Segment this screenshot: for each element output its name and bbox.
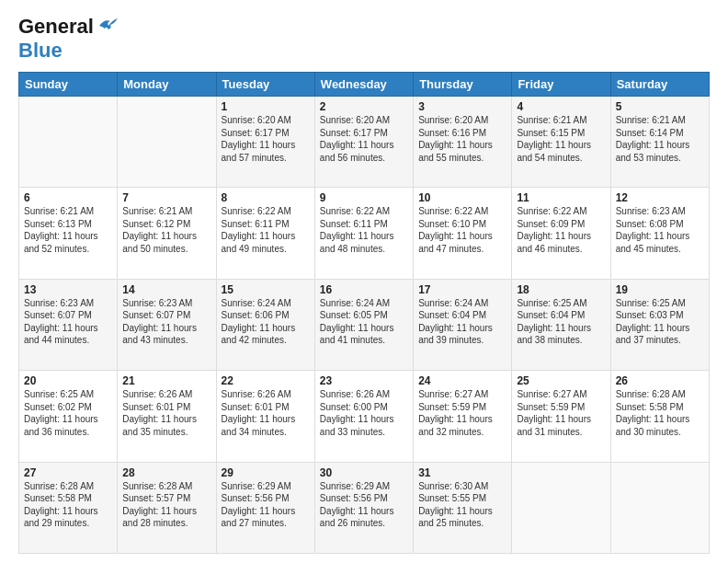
cell-info: Sunrise: 6:25 AMSunset: 6:02 PMDaylight:… [24,388,112,438]
day-number: 20 [24,374,112,387]
day-number: 21 [122,374,210,387]
day-number: 30 [320,466,408,479]
calendar-cell: 23Sunrise: 6:26 AMSunset: 6:00 PMDayligh… [314,371,413,462]
day-number: 14 [122,283,210,296]
calendar-cell: 12Sunrise: 6:23 AMSunset: 6:08 PMDayligh… [610,188,709,279]
cell-info: Sunrise: 6:26 AMSunset: 6:00 PMDaylight:… [320,388,408,438]
day-number: 24 [418,374,506,387]
cell-info: Sunrise: 6:26 AMSunset: 6:01 PMDaylight:… [122,388,210,438]
calendar-cell: 13Sunrise: 6:23 AMSunset: 6:07 PMDayligh… [19,279,118,370]
week-row-0: 1Sunrise: 6:20 AMSunset: 6:17 PMDaylight… [19,97,710,188]
logo-bird-icon [97,17,118,33]
cell-info: Sunrise: 6:22 AMSunset: 6:09 PMDaylight:… [517,205,605,255]
week-row-1: 6Sunrise: 6:21 AMSunset: 6:13 PMDaylight… [19,188,710,279]
day-number: 6 [24,191,112,204]
cell-info: Sunrise: 6:21 AMSunset: 6:13 PMDaylight:… [24,205,112,255]
cell-info: Sunrise: 6:25 AMSunset: 6:03 PMDaylight:… [616,297,704,347]
calendar-cell: 5Sunrise: 6:21 AMSunset: 6:14 PMDaylight… [610,97,709,188]
cell-info: Sunrise: 6:22 AMSunset: 6:10 PMDaylight:… [418,205,506,255]
weekday-header-tuesday: Tuesday [216,73,314,97]
calendar-cell: 1Sunrise: 6:20 AMSunset: 6:17 PMDaylight… [216,97,314,188]
cell-info: Sunrise: 6:25 AMSunset: 6:04 PMDaylight:… [517,297,605,347]
cell-info: Sunrise: 6:28 AMSunset: 5:58 PMDaylight:… [616,388,704,438]
calendar-table: SundayMondayTuesdayWednesdayThursdayFrid… [18,72,710,554]
cell-info: Sunrise: 6:24 AMSunset: 6:06 PMDaylight:… [222,297,310,347]
cell-info: Sunrise: 6:27 AMSunset: 5:59 PMDaylight:… [418,388,506,438]
calendar-cell: 4Sunrise: 6:21 AMSunset: 6:15 PMDaylight… [512,97,610,188]
calendar-cell: 16Sunrise: 6:24 AMSunset: 6:05 PMDayligh… [314,279,413,370]
logo: General Blue [18,15,118,63]
day-number: 12 [616,191,704,204]
day-number: 16 [320,283,408,296]
calendar-cell: 7Sunrise: 6:21 AMSunset: 6:12 PMDaylight… [118,188,216,279]
calendar-cell [19,97,118,188]
cell-info: Sunrise: 6:20 AMSunset: 6:17 PMDaylight:… [320,114,408,164]
calendar-cell: 30Sunrise: 6:29 AMSunset: 5:56 PMDayligh… [314,462,413,553]
day-number: 31 [418,466,506,479]
cell-info: Sunrise: 6:26 AMSunset: 6:01 PMDaylight:… [222,388,310,438]
day-number: 27 [24,466,112,479]
day-number: 26 [616,374,704,387]
calendar-cell: 28Sunrise: 6:28 AMSunset: 5:57 PMDayligh… [118,462,216,553]
cell-info: Sunrise: 6:24 AMSunset: 6:04 PMDaylight:… [418,297,506,347]
day-number: 2 [320,100,408,113]
day-number: 11 [517,191,605,204]
weekday-header-saturday: Saturday [610,73,709,97]
cell-info: Sunrise: 6:21 AMSunset: 6:15 PMDaylight:… [517,114,605,164]
weekday-header-friday: Friday [512,73,610,97]
calendar-cell: 22Sunrise: 6:26 AMSunset: 6:01 PMDayligh… [216,371,314,462]
cell-info: Sunrise: 6:28 AMSunset: 5:57 PMDaylight:… [122,480,210,530]
day-number: 8 [222,191,310,204]
calendar-cell: 9Sunrise: 6:22 AMSunset: 6:11 PMDaylight… [314,188,413,279]
day-number: 7 [122,191,210,204]
weekday-header-wednesday: Wednesday [314,73,413,97]
day-number: 13 [24,283,112,296]
calendar-cell: 10Sunrise: 6:22 AMSunset: 6:10 PMDayligh… [414,188,512,279]
cell-info: Sunrise: 6:22 AMSunset: 6:11 PMDaylight:… [320,205,408,255]
header: General Blue [18,15,710,63]
calendar-cell: 19Sunrise: 6:25 AMSunset: 6:03 PMDayligh… [610,279,709,370]
day-number: 3 [418,100,506,113]
day-number: 5 [616,100,704,113]
calendar-cell: 2Sunrise: 6:20 AMSunset: 6:17 PMDaylight… [314,97,413,188]
day-number: 15 [222,283,310,296]
cell-info: Sunrise: 6:24 AMSunset: 6:05 PMDaylight:… [320,297,408,347]
week-row-3: 20Sunrise: 6:25 AMSunset: 6:02 PMDayligh… [19,371,710,462]
day-number: 17 [418,283,506,296]
calendar-cell: 14Sunrise: 6:23 AMSunset: 6:07 PMDayligh… [118,279,216,370]
day-number: 23 [320,374,408,387]
calendar-cell: 6Sunrise: 6:21 AMSunset: 6:13 PMDaylight… [19,188,118,279]
week-row-4: 27Sunrise: 6:28 AMSunset: 5:58 PMDayligh… [19,462,710,553]
logo-blue: Blue [18,39,63,62]
calendar-cell: 15Sunrise: 6:24 AMSunset: 6:06 PMDayligh… [216,279,314,370]
cell-info: Sunrise: 6:30 AMSunset: 5:55 PMDaylight:… [418,480,506,530]
calendar-cell: 31Sunrise: 6:30 AMSunset: 5:55 PMDayligh… [414,462,512,553]
calendar-cell [118,97,216,188]
calendar-cell: 26Sunrise: 6:28 AMSunset: 5:58 PMDayligh… [610,371,709,462]
calendar-cell: 29Sunrise: 6:29 AMSunset: 5:56 PMDayligh… [216,462,314,553]
calendar-cell: 27Sunrise: 6:28 AMSunset: 5:58 PMDayligh… [19,462,118,553]
weekday-header-row: SundayMondayTuesdayWednesdayThursdayFrid… [19,73,710,97]
day-number: 9 [320,191,408,204]
calendar-cell: 18Sunrise: 6:25 AMSunset: 6:04 PMDayligh… [512,279,610,370]
cell-info: Sunrise: 6:23 AMSunset: 6:07 PMDaylight:… [24,297,112,347]
day-number: 28 [122,466,210,479]
day-number: 4 [517,100,605,113]
calendar-cell: 21Sunrise: 6:26 AMSunset: 6:01 PMDayligh… [118,371,216,462]
day-number: 25 [517,374,605,387]
cell-info: Sunrise: 6:29 AMSunset: 5:56 PMDaylight:… [320,480,408,530]
weekday-header-sunday: Sunday [19,73,118,97]
day-number: 1 [222,100,310,113]
calendar-cell [512,462,610,553]
day-number: 22 [222,374,310,387]
calendar-cell: 8Sunrise: 6:22 AMSunset: 6:11 PMDaylight… [216,188,314,279]
calendar-cell: 11Sunrise: 6:22 AMSunset: 6:09 PMDayligh… [512,188,610,279]
cell-info: Sunrise: 6:23 AMSunset: 6:07 PMDaylight:… [122,297,210,347]
calendar-cell: 24Sunrise: 6:27 AMSunset: 5:59 PMDayligh… [414,371,512,462]
cell-info: Sunrise: 6:21 AMSunset: 6:14 PMDaylight:… [616,114,704,164]
weekday-header-thursday: Thursday [414,73,512,97]
cell-info: Sunrise: 6:29 AMSunset: 5:56 PMDaylight:… [222,480,310,530]
day-number: 10 [418,191,506,204]
cell-info: Sunrise: 6:28 AMSunset: 5:58 PMDaylight:… [24,480,112,530]
cell-info: Sunrise: 6:23 AMSunset: 6:08 PMDaylight:… [616,205,704,255]
